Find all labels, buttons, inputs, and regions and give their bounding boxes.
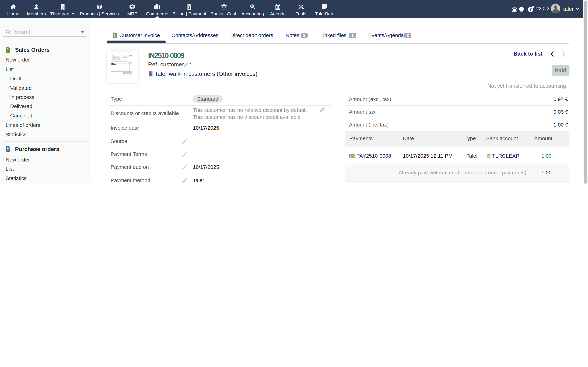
svg-text:$: $	[251, 5, 253, 8]
svg-text:?: ?	[529, 7, 532, 12]
svg-text:$: $	[114, 34, 116, 37]
svg-text:$: $	[350, 155, 351, 158]
